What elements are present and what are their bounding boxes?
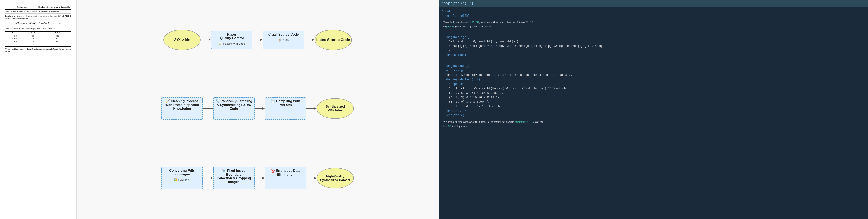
svg-marker-1	[209, 39, 211, 41]
table-row: (4, 0, 6) 164 0.82	[5, 35, 71, 38]
compiling-node: 📄 Compiling WithPdfLatex	[265, 97, 306, 120]
arrow-2-3	[306, 106, 317, 111]
arxiv-ids-oval: ArXiv Ids	[163, 30, 201, 50]
svg-marker-11	[314, 107, 317, 110]
paper-table-2: Action Number Distribution (4, 0, 6) 164…	[5, 31, 71, 46]
arrow-3-3	[306, 176, 317, 181]
code-line: \end{table}	[442, 113, 865, 118]
left-panel: Architecture Configuration: [(n_layer, n…	[0, 0, 76, 219]
cleaning-title: 🧹 Cleaning ProcessWith Domain-specificKn…	[165, 99, 199, 111]
paper-quality-rect: PaperQuality Control 📊 Papers With Code	[211, 31, 252, 49]
paper-body-2: We keep a sliding window of the number o…	[5, 48, 71, 53]
code-body: \centering \begin{table}[h] Essentially,…	[439, 7, 868, 219]
cleaning-node: 🧹 Cleaning ProcessWith Domain-specificKn…	[161, 97, 203, 120]
compiling-rect: 📄 Compiling WithPdfLatex	[265, 97, 306, 120]
paper-caption-1: Table 1: Name recognition accuracy (%) u…	[5, 10, 71, 14]
arrow-1-3	[304, 37, 314, 42]
code-line	[442, 60, 865, 64]
arrow-2-2	[254, 106, 265, 111]
converting-pdfs-node: Converting Pdfsto Images 🖼️ PyMuPDF	[161, 167, 203, 189]
code-line: \begin{align*}	[442, 35, 865, 40]
code-section-3: \begin{table}[!h] \centering \caption{AR…	[442, 60, 865, 118]
high-quality-node: High-QualitySynthesized Dataset	[317, 168, 354, 188]
crawl-source-rect: Crawl Source Code 🦉 ArXiv	[263, 31, 304, 49]
crawl-source-node: Crawl Source Code 🦉 ArXiv	[263, 31, 304, 49]
code-line: \caption{AR policy in state 1 after fixi…	[442, 73, 865, 77]
pipeline-row-3: Converting Pdfsto Images 🖼️ PyMuPDF ✂️ P…	[81, 167, 435, 189]
code-section-2: \begin{align*} \ell_0(d_p, q_0, \mathbf{…	[442, 31, 865, 58]
randomly-sampling-node: 🔧 Randomly Sampling& Synthesizing LaTeXC…	[213, 97, 254, 120]
latex-source-node: Latex Source Code	[314, 30, 352, 50]
arxiv-ids-label: ArXiv Ids	[174, 38, 190, 42]
arrow-3-1	[203, 176, 213, 181]
arrow-2-1	[203, 106, 213, 111]
paper-body-1: Essentially, we choose m ≪ d, resulting …	[5, 15, 71, 20]
code-line: \begin{tabular}{lll}	[442, 77, 865, 82]
papers-with-code-icon: 📊	[218, 42, 222, 45]
code-section-1: \centering \begin{table}[h]	[442, 9, 865, 18]
pixel-boundary-title: ✂️ Pixel-based BoundaryDetection & Cropp…	[215, 169, 253, 184]
compiling-icon: 📄	[271, 99, 275, 103]
papers-with-code-label: Papers With Code	[223, 42, 245, 45]
table-row: ...	[5, 43, 71, 46]
pymupdf-icon: 🖼️	[174, 178, 177, 181]
erroneous-data-title: 🚫 Erroneous DataElimination	[271, 169, 301, 176]
code-line: \centering	[442, 68, 865, 73]
papers-with-code-subtitle: 📊 Papers With Code	[218, 42, 245, 45]
synthesized-pdf-label: SynthesizedPDF Files	[326, 105, 345, 112]
code-line: (4, 0, 6) & 164 & 164 & 0.82 \\	[442, 91, 865, 96]
pipeline-row-2: 🧹 Cleaning ProcessWith Domain-specificKn…	[81, 97, 435, 120]
code-line	[442, 31, 865, 35]
pixel-boundary-rect: ✂️ Pixel-based BoundaryDetection & Cropp…	[213, 167, 254, 189]
paper-quality-node: PaperQuality Control 📊 Papers With Code	[211, 31, 252, 49]
svg-marker-3	[260, 39, 263, 41]
paper-preview: Architecture Configuration: [(n_layer, n…	[2, 2, 74, 217]
col-architecture: Architecture	[5, 6, 38, 8]
pipeline-row-1: ArXiv Ids PaperQuality Control 📊 Papers …	[81, 30, 435, 50]
code-line: \begin{table}[h]	[442, 14, 865, 19]
pymupdf-subtitle: 🖼️ PyMuPDF	[174, 178, 190, 181]
pixel-boundary-node: ✂️ Pixel-based BoundaryDetection & Cropp…	[213, 167, 254, 189]
code-line: \textbf{Action}& \textbf{Number} & \text…	[442, 86, 865, 91]
cleaning-rect: 🧹 Cleaning ProcessWith Domain-specificKn…	[161, 97, 203, 120]
arrow-3-2	[254, 176, 265, 181]
paper-formula: ℓ₀(dₚ, q₀, x, y) = (1/N) Σₙ₌₁ᴺ ¬cap(xₙ, …	[5, 22, 71, 24]
svg-marker-5	[312, 39, 314, 41]
arrow-1-1	[201, 37, 211, 42]
code-line: y_n ]	[442, 48, 865, 53]
code-line: \end{align*}	[442, 53, 865, 58]
svg-marker-15	[262, 177, 265, 179]
code-line: \frac{1}{N} \sum_{n=1}^{N} \neg, \textno…	[442, 44, 865, 48]
pymupdf-label: PyMuPDF	[178, 178, 190, 181]
converting-pdfs-title: Converting Pdfsto Images	[169, 169, 195, 176]
synthesized-pdf-oval: SynthesizedPDF Files	[317, 98, 354, 119]
paper-quality-title: PaperQuality Control	[220, 33, 244, 40]
right-panel: \begin{table*}[!h] \centering \begin{tab…	[439, 0, 868, 219]
high-quality-label: High-QualitySynthesized Dataset	[320, 175, 350, 182]
code-line: (4, 0, 3) & 36 & 36 & 0.18 \\	[442, 96, 865, 100]
code-header-text: \begin{table*}[!h]	[442, 2, 473, 5]
cleaning-icon: 🧹	[166, 99, 170, 103]
table2-col-number: Number	[24, 31, 44, 35]
code-prose-2: We keep a sliding window of the number o…	[442, 120, 865, 129]
pixel-icon: ✂️	[222, 169, 226, 173]
code-line: \begin{table}[!h]	[442, 64, 865, 69]
code-line: \centering	[442, 9, 865, 14]
arrow-1-2	[252, 37, 263, 42]
paper-caption-2: Table 1: AR policy in state 1 after fixi…	[5, 26, 71, 30]
code-header: \begin{table*}[!h]	[439, 0, 868, 7]
arxiv-label: ArXiv	[282, 38, 289, 41]
arxiv-subtitle: 🦉 ArXiv	[278, 38, 289, 41]
latex-source-oval: Latex Source Code	[314, 30, 352, 50]
svg-marker-17	[314, 177, 317, 179]
erroneous-icon: 🚫	[271, 169, 275, 173]
latex-source-label: Latex Source Code	[316, 38, 350, 42]
code-line: ... & ... & ... \\ \bottomrule	[442, 104, 865, 109]
crawl-source-title: Crawl Source Code	[268, 33, 299, 36]
svg-marker-13	[211, 177, 213, 179]
compiling-title: 📄 Compiling WithPdfLatex	[271, 99, 300, 107]
randomly-sampling-title: 🔧 Randomly Sampling& Synthesizing LaTeXC…	[215, 99, 252, 111]
table-row: (4, 0, 3) 36 0.18	[5, 38, 71, 40]
table-row: (0, 0, 0) 0 0.00	[5, 40, 71, 43]
arxiv-icon: 🦉	[278, 38, 281, 41]
